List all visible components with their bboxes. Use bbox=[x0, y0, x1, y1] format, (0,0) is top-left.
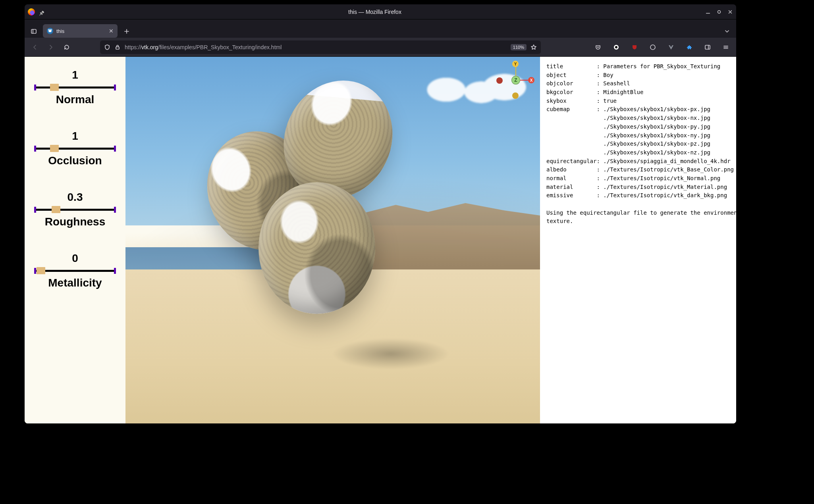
window-close-button[interactable] bbox=[727, 9, 733, 15]
gizmo-axis-z[interactable]: Z bbox=[511, 76, 520, 85]
rendered-object bbox=[200, 68, 465, 354]
gizmo-axis-neg-y[interactable] bbox=[512, 92, 519, 99]
render-viewport[interactable]: Z X Y bbox=[125, 57, 540, 423]
extensions-puzzle-icon[interactable] bbox=[683, 41, 696, 54]
svg-point-4 bbox=[615, 46, 617, 48]
gizmo-axis-neg-x[interactable] bbox=[496, 77, 503, 84]
url-text: https://vtk.org/files/examples/PBR_Skybo… bbox=[125, 44, 282, 50]
github-icon[interactable] bbox=[646, 41, 659, 54]
pin-icon[interactable] bbox=[39, 9, 44, 15]
tab-strip: this ✕ bbox=[25, 19, 736, 38]
tab-active[interactable]: this ✕ bbox=[43, 24, 118, 38]
firefox-icon bbox=[28, 8, 35, 15]
slider-roughness: 0.3 Roughness bbox=[33, 191, 118, 228]
list-all-tabs-button[interactable] bbox=[720, 25, 734, 38]
sidebar-right-icon[interactable] bbox=[701, 41, 714, 54]
wordpress-favicon-icon bbox=[47, 28, 53, 34]
window-maximize-button[interactable] bbox=[716, 9, 722, 15]
gizmo-axis-x[interactable]: X bbox=[528, 77, 534, 83]
recent-browsing-button[interactable] bbox=[27, 25, 41, 38]
slider-thumb[interactable] bbox=[50, 145, 59, 152]
new-tab-button[interactable] bbox=[120, 25, 133, 38]
lock-icon[interactable] bbox=[114, 44, 121, 50]
window-title: this — Mozilla Firefox bbox=[44, 9, 705, 15]
slider-value: 1 bbox=[72, 69, 78, 81]
back-button[interactable] bbox=[29, 41, 41, 54]
svg-point-0 bbox=[718, 10, 721, 13]
slider-track[interactable] bbox=[34, 206, 116, 213]
slider-normal: 1 Normal bbox=[33, 69, 118, 106]
slider-value: 0 bbox=[72, 252, 78, 265]
desktop: this — Mozilla Firefox this ✕ bbox=[0, 0, 814, 504]
svg-rect-2 bbox=[116, 47, 119, 49]
shield-icon[interactable] bbox=[104, 44, 110, 50]
slider-track[interactable] bbox=[34, 267, 116, 274]
pocket-icon[interactable] bbox=[592, 41, 604, 54]
slider-metallicity: 0 Metallicity bbox=[33, 252, 118, 289]
orientation-gizmo[interactable]: Z X Y bbox=[496, 61, 534, 99]
tab-title: this bbox=[56, 28, 64, 34]
url-prefix: https:// bbox=[125, 44, 141, 50]
slider-thumb[interactable] bbox=[50, 84, 59, 91]
svg-point-5 bbox=[650, 45, 655, 50]
app-menu-button[interactable] bbox=[719, 41, 732, 54]
slider-value: 0.3 bbox=[68, 191, 83, 204]
url-host: vtk.org bbox=[141, 44, 158, 50]
extension-dot-icon[interactable] bbox=[610, 41, 623, 54]
url-path: /files/examples/PBR_Skybox_Texturing/ind… bbox=[158, 44, 282, 50]
browser-window: this — Mozilla Firefox this ✕ bbox=[25, 4, 736, 423]
slider-thumb[interactable] bbox=[37, 267, 45, 274]
toolbar-extensions bbox=[592, 41, 732, 54]
page-content: 1 Normal 1 Occlusion 0.3 bbox=[25, 57, 736, 423]
slider-occlusion: 1 Occlusion bbox=[33, 130, 118, 167]
slider-track[interactable] bbox=[34, 145, 116, 152]
forward-button[interactable] bbox=[44, 41, 57, 54]
gizmo-axis-y[interactable]: Y bbox=[512, 61, 519, 67]
reload-button[interactable] bbox=[60, 41, 73, 54]
vue-icon[interactable] bbox=[665, 41, 677, 54]
slider-label: Roughness bbox=[45, 215, 105, 228]
url-bar[interactable]: https://vtk.org/files/examples/PBR_Skybo… bbox=[100, 40, 541, 54]
slider-label: Metallicity bbox=[48, 277, 102, 289]
controls-panel: 1 Normal 1 Occlusion 0.3 bbox=[25, 57, 125, 423]
svg-rect-6 bbox=[705, 45, 710, 49]
slider-value: 1 bbox=[72, 130, 78, 142]
zoom-level-badge[interactable]: 110% bbox=[511, 44, 527, 50]
slider-thumb[interactable] bbox=[52, 206, 60, 213]
slider-track[interactable] bbox=[34, 84, 116, 91]
navigation-toolbar: https://vtk.org/files/examples/PBR_Skybo… bbox=[25, 38, 736, 57]
slider-label: Normal bbox=[56, 93, 94, 106]
window-minimize-button[interactable] bbox=[705, 9, 711, 15]
slider-label: Occlusion bbox=[48, 154, 102, 167]
ublock-icon[interactable] bbox=[628, 41, 641, 54]
window-titlebar: this — Mozilla Firefox bbox=[25, 4, 736, 19]
tab-close-button[interactable]: ✕ bbox=[109, 28, 114, 34]
bookmark-star-icon[interactable] bbox=[530, 44, 537, 50]
window-controls bbox=[705, 9, 733, 15]
svg-rect-1 bbox=[31, 29, 36, 33]
parameters-text: title : Parameters for PBR_Skybox_Textur… bbox=[540, 57, 736, 423]
